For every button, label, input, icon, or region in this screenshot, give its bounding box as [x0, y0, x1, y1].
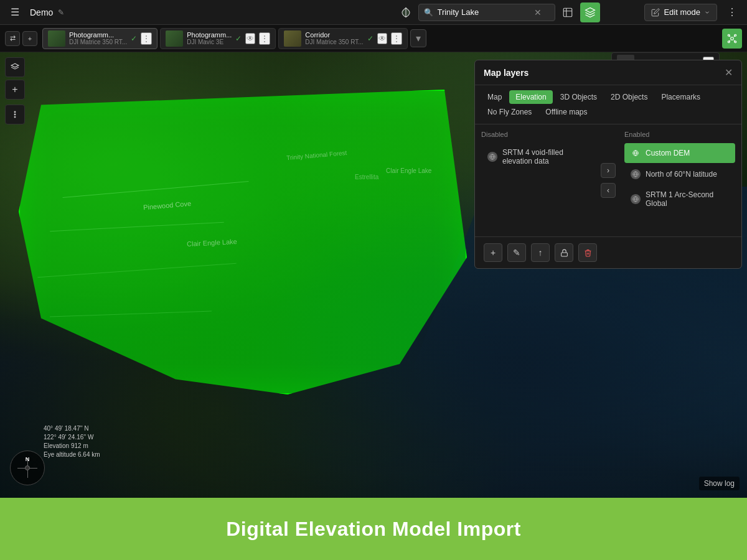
- map-layers-panel: Map layers ✕ Map Elevation 3D Objects 2D…: [474, 60, 742, 269]
- footer-delete-button[interactable]: [578, 243, 597, 262]
- panel-header: Map layers ✕: [475, 60, 741, 85]
- left-tools: +: [5, 57, 25, 124]
- menu-icon[interactable]: ☰: [5, 2, 25, 22]
- tab-offline[interactable]: Offline maps: [539, 105, 593, 119]
- map-label-clair-engle: Clair Engle Lake: [386, 167, 431, 174]
- map-label-estrellita: Estrellita: [355, 174, 378, 180]
- app-title: Demo: [30, 7, 53, 17]
- layer-customdem-name: Custom DEM: [646, 149, 690, 157]
- tab-noflyzones[interactable]: No Fly Zones: [481, 105, 538, 119]
- tab-thumb-2: [166, 30, 183, 47]
- footer-upload-button[interactable]: ↑: [531, 243, 550, 262]
- tab-elevation[interactable]: Elevation: [509, 90, 552, 104]
- drone-icon[interactable]: [722, 29, 742, 49]
- layer-north60-name: North of 60°N latitude: [646, 170, 717, 179]
- tab-thumb-1: [48, 30, 65, 47]
- tab-more-2[interactable]: ⋮: [259, 32, 270, 45]
- footer-lock-button[interactable]: [555, 243, 573, 262]
- tab-map[interactable]: Map: [481, 90, 508, 104]
- waypoint-icon[interactable]: [396, 2, 416, 22]
- tab-name-1: Photogramm...: [69, 31, 127, 39]
- topbar: ☰ Demo ✎ 🔍 ✕: [0, 0, 747, 25]
- layer-srtm4[interactable]: SRTM 4 void-filled elevation data: [481, 143, 592, 170]
- edit-project-icon[interactable]: ✎: [58, 8, 64, 17]
- layer-north60-icon: [631, 169, 641, 179]
- panel-arrows: › ‹: [598, 124, 618, 236]
- search-input[interactable]: [437, 7, 530, 17]
- enabled-column: Enabled Custom DEM North of 6: [618, 124, 741, 236]
- tab-more-3[interactable]: ⋮: [391, 32, 402, 45]
- disabled-label: Disabled: [481, 131, 592, 138]
- coord-elevation: Elevation 912 m: [44, 442, 100, 450]
- search-clear-icon[interactable]: ✕: [534, 7, 542, 17]
- tab-2dobjects[interactable]: 2D Objects: [604, 90, 654, 104]
- svg-rect-10: [561, 252, 567, 256]
- tab-check-2: ✓: [235, 34, 242, 43]
- coordinates: 40° 49' 18.47'' N 122° 49' 24.16'' W Ele…: [44, 424, 100, 459]
- tab-3dobjects[interactable]: 3D Objects: [554, 90, 603, 104]
- search-icon: 🔍: [424, 8, 433, 17]
- arrow-left-button[interactable]: ‹: [601, 183, 616, 198]
- svg-point-11: [14, 111, 16, 113]
- svg-point-13: [14, 116, 16, 118]
- panel-footer: + ✎ ↑: [475, 236, 741, 268]
- svg-point-12: [14, 114, 16, 115]
- layer-customdem-icon: [631, 148, 641, 158]
- map-icon[interactable]: [558, 2, 578, 22]
- tab-sub-2: DJI Mavic 3E: [187, 39, 232, 45]
- tab-add-tool[interactable]: +: [22, 31, 37, 46]
- tool-more-button[interactable]: [5, 105, 25, 124]
- svg-rect-0: [564, 8, 573, 17]
- panel-close-button[interactable]: ✕: [725, 67, 733, 78]
- edit-mode-label: Edit mode: [664, 7, 700, 17]
- tab-sub-1: DJI Matrice 350 RT...: [69, 39, 127, 45]
- tab-thumb-3: [284, 30, 301, 47]
- tab-left-tool[interactable]: ⇄: [5, 31, 20, 46]
- tool-add-button[interactable]: +: [5, 80, 25, 100]
- tab-item-photogramm2[interactable]: Photogramm... DJI Mavic 3E ✓ 👁 ⋮: [160, 28, 276, 49]
- layer-srtm1[interactable]: SRTM 1 Arc-Second Global: [624, 185, 735, 213]
- bottom-title: Digital Elevation Model Import: [226, 518, 521, 541]
- tool-layers-button[interactable]: [5, 57, 25, 77]
- tab-check-1: ✓: [131, 34, 137, 43]
- compass-n: N: [26, 456, 30, 462]
- footer-edit-button[interactable]: ✎: [507, 243, 526, 262]
- tab-item-corridor[interactable]: Corridor DJI Matrice 350 RT... ✓ 👁 ⋮: [278, 28, 407, 49]
- bottom-bar: Digital Elevation Model Import: [0, 498, 747, 560]
- layer-custom-dem[interactable]: Custom DEM: [624, 143, 735, 163]
- tab-sub-3: DJI Matrice 350 RT...: [305, 39, 363, 45]
- coord-lat: 40° 49' 18.47'' N: [44, 424, 100, 433]
- layer-srtm4-name: SRTM 4 void-filled elevation data: [502, 148, 586, 166]
- panel-body: Disabled SRTM 4 void-filled elevation da…: [475, 124, 741, 236]
- show-log-button[interactable]: Show log: [699, 477, 740, 490]
- tab-check-3: ✓: [367, 34, 374, 43]
- tab-more-1[interactable]: ⋮: [141, 32, 152, 45]
- layer-srtm4-icon: [487, 152, 497, 162]
- tabs-bar: ⇄ + Photogramm... DJI Matrice 350 RT... …: [0, 25, 747, 52]
- layers-icon[interactable]: [580, 2, 600, 22]
- arrow-right-button[interactable]: ›: [601, 163, 616, 178]
- search-box: 🔍 ✕: [418, 4, 555, 21]
- tab-eye-2[interactable]: 👁: [245, 33, 255, 44]
- coord-eye: Eye altitude 6.64 km: [44, 450, 100, 459]
- panel-tabs: Map Elevation 3D Objects 2D Objects Plac…: [475, 85, 741, 124]
- edit-mode-button[interactable]: Edit mode: [644, 4, 717, 21]
- svg-point-1: [731, 37, 734, 40]
- disabled-column: Disabled SRTM 4 void-filled elevation da…: [475, 124, 598, 236]
- compass: N: [10, 450, 45, 485]
- tab-name-2: Photogramm...: [187, 31, 232, 39]
- tab-expand-button[interactable]: ▾: [410, 29, 426, 47]
- enabled-label: Enabled: [624, 131, 735, 138]
- layer-north60[interactable]: North of 60°N latitude: [624, 164, 735, 184]
- tab-item-photogramm1[interactable]: Photogramm... DJI Matrice 350 RT... ✓ ⋮: [42, 28, 157, 49]
- footer-add-button[interactable]: +: [484, 243, 502, 262]
- more-options-icon[interactable]: ⋮: [722, 2, 742, 22]
- tab-name-3: Corridor: [305, 31, 363, 39]
- layer-srtm1-name: SRTM 1 Arc-Second Global: [646, 190, 729, 208]
- tab-eye-3[interactable]: 👁: [377, 33, 387, 44]
- layer-srtm1-icon: [631, 194, 641, 204]
- panel-title: Map layers: [484, 68, 529, 78]
- coord-lon: 122° 49' 24.16'' W: [44, 433, 100, 442]
- tab-placemarks[interactable]: Placemarks: [655, 90, 707, 104]
